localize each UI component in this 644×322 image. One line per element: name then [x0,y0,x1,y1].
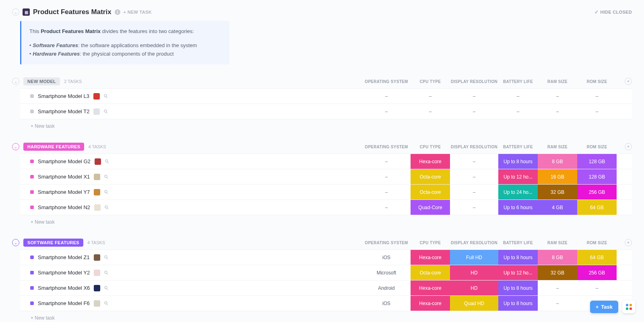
cell-cpu[interactable]: Quad-Core [411,200,450,215]
cell-display[interactable]: Full HD [450,250,498,265]
cell-battery[interactable]: Up to 8 hours [498,250,538,265]
hide-closed-toggle[interactable]: ✓ HIDE CLOSED [594,9,632,15]
fab-task-button[interactable]: + Task [590,301,618,313]
attachment-icon[interactable]: ⚲ [103,285,110,292]
cell-cpu[interactable]: Hexa-core [411,154,450,169]
status-icon[interactable] [30,271,34,274]
cell-os[interactable]: iOS [362,250,411,265]
group-collapse-toggle[interactable]: ⌄ [12,143,19,150]
cell-display[interactable]: Quad HD [450,296,498,311]
info-icon[interactable]: i [115,9,120,15]
cell-ram[interactable]: – [538,104,577,119]
new-task-row[interactable]: + New task [12,215,632,225]
status-icon[interactable] [30,94,34,98]
task-name[interactable]: Smartphone Model Z1 [38,254,90,260]
status-icon[interactable] [30,286,34,290]
cell-ram[interactable]: – [538,296,577,311]
cell-cpu[interactable]: Octa-core [411,185,450,199]
column-header-os[interactable]: OPERATING SYSTEM [362,241,411,245]
column-header-battery[interactable]: BATTERY LIFE [498,79,538,84]
cell-os[interactable]: Microsoft [362,265,411,280]
cell-display[interactable]: HD [450,265,498,280]
column-header-battery[interactable]: BATTERY LIFE [498,241,538,245]
cell-ram[interactable]: – [538,89,577,104]
task-name[interactable]: Smartphone Model N2 [38,204,90,210]
column-header-cpu[interactable]: CPU TYPE [411,241,450,245]
column-header-ram[interactable]: RAM SIZE [538,241,577,245]
cell-battery[interactable]: Up to 8 hours [498,154,538,169]
group-label[interactable]: SOFTWARE FEATURES [23,239,83,247]
cell-ram[interactable]: – [538,280,577,295]
task-name[interactable]: Smartphone Model X6 [38,285,90,291]
task-row[interactable]: Smartphone Model F6⚲iOSHexa-coreQuad HDU… [20,295,632,311]
column-header-rom[interactable]: ROM SIZE [577,79,617,84]
cell-os[interactable]: Android [362,280,411,295]
task-row[interactable]: Smartphone Model Z1⚲iOSHexa-coreFull HDU… [20,249,632,265]
task-name[interactable]: Smartphone Model G2 [38,158,91,164]
status-icon[interactable] [30,256,34,259]
group-label[interactable]: NEW MODEL [23,77,60,85]
cell-battery[interactable]: Up to 12 ho... [498,265,538,280]
attachment-icon[interactable]: ⚲ [103,158,110,165]
cell-battery[interactable]: Up to 6 hours [498,200,538,215]
cell-cpu[interactable]: Hexa-core [411,250,450,265]
task-row[interactable]: Smartphone Model Y7⚲–Octa-core–Up to 24 … [20,184,632,200]
cell-ram[interactable]: 8 GB [538,250,577,265]
column-header-rom[interactable]: ROM SIZE [577,241,617,245]
task-name[interactable]: Smartphone Model T2 [38,108,89,114]
cell-rom[interactable]: 128 GB [577,154,617,169]
cell-display[interactable]: – [450,89,498,104]
status-icon[interactable] [30,175,34,179]
cell-os[interactable]: – [362,104,411,119]
cell-battery[interactable]: Up to 24 ho... [498,185,538,199]
status-icon[interactable] [30,301,34,305]
cell-battery[interactable]: – [498,89,538,104]
cell-ram[interactable]: 16 GB [538,169,577,184]
cell-ram[interactable]: 32 GB [538,185,577,199]
new-task-button[interactable]: + NEW TASK [124,10,152,15]
column-header-os[interactable]: OPERATING SYSTEM [362,145,411,149]
attachment-icon[interactable]: ⚲ [102,93,109,100]
column-header-battery[interactable]: BATTERY LIFE [498,145,538,149]
cell-rom[interactable]: 64 GB [577,200,617,215]
attachment-icon[interactable]: ⚲ [103,204,110,211]
column-header-ram[interactable]: RAM SIZE [538,145,577,149]
cell-battery[interactable]: Up to 8 hours [498,296,538,311]
task-row[interactable]: Smartphone Model X6⚲AndroidHexa-coreHDUp… [20,280,632,296]
cell-battery[interactable]: Up to 8 hours [498,280,538,295]
column-header-display[interactable]: DISPLAY RESOLUTION [450,79,498,84]
cell-os[interactable]: – [362,185,411,199]
cell-cpu[interactable]: Hexa-core [411,280,450,295]
list-collapse-toggle[interactable]: ⌄ [12,8,19,16]
cell-display[interactable]: – [450,185,498,199]
cell-display[interactable]: HD [450,280,498,295]
task-row[interactable]: Smartphone Model Y2⚲MicrosoftOcta-coreHD… [20,265,632,280]
column-header-ram[interactable]: RAM SIZE [538,79,577,84]
cell-cpu[interactable]: – [411,89,450,104]
task-name[interactable]: Smartphone Model F6 [38,300,90,306]
task-name[interactable]: Smartphone Model Y7 [38,189,90,195]
add-column-button[interactable]: + [625,78,632,85]
new-task-row[interactable]: + New task [12,119,632,129]
task-name[interactable]: Smartphone Model Y2 [38,270,90,276]
cell-rom[interactable]: 128 GB [577,169,617,184]
cell-display[interactable]: – [450,169,498,184]
status-icon[interactable] [30,110,34,113]
cell-os[interactable]: – [362,200,411,215]
group-label[interactable]: HARDWARE FEATURES [23,143,84,151]
group-collapse-toggle[interactable]: ⌄ [12,239,19,246]
cell-display[interactable]: – [450,104,498,119]
group-collapse-toggle[interactable]: ⌄ [12,78,19,85]
task-row[interactable]: Smartphone Model X1⚲–Octa-core–Up to 12 … [20,169,632,185]
cell-display[interactable]: – [450,154,498,169]
cell-cpu[interactable]: – [411,104,450,119]
cell-cpu[interactable]: Octa-core [411,169,450,184]
column-header-cpu[interactable]: CPU TYPE [411,145,450,149]
task-row[interactable]: Smartphone Model G2⚲–Hexa-core–Up to 8 h… [20,154,632,169]
new-task-row[interactable]: + New task [12,311,632,321]
add-column-button[interactable]: + [625,143,632,150]
task-name[interactable]: Smartphone Model X1 [38,174,90,180]
column-header-rom[interactable]: ROM SIZE [577,145,617,149]
cell-display[interactable]: – [450,200,498,215]
cell-os[interactable]: – [362,169,411,184]
